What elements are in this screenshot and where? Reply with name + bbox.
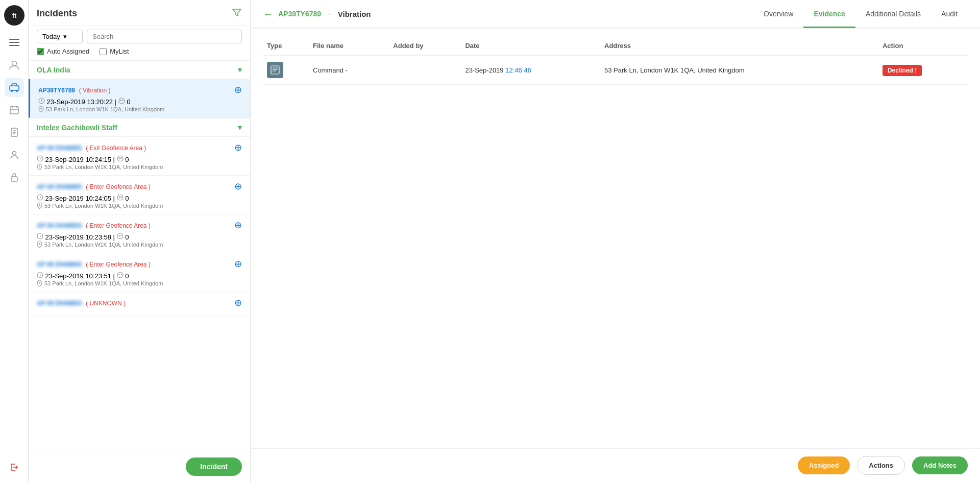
tab-evidence[interactable]: Evidence bbox=[803, 1, 855, 28]
incident-card[interactable]: AP 09 DH4885S ( Enter Geofence Area ) ⊕ … bbox=[29, 214, 250, 253]
svg-rect-9 bbox=[11, 177, 17, 181]
svg-point-24 bbox=[39, 204, 40, 206]
incident-address: 53 Park Ln, London W1K 1QA, United Kingd… bbox=[38, 106, 242, 112]
svg-point-29 bbox=[39, 243, 40, 245]
incident-id: AP 09 DH4885S bbox=[37, 222, 82, 229]
mylist-checkbox[interactable]: MyList bbox=[100, 47, 129, 55]
svg-point-18 bbox=[120, 157, 121, 158]
incident-card[interactable]: AP39TY6789 ( Vibration ) ⊕ 23-Sep-2019 1… bbox=[29, 79, 250, 118]
add-incident-icon[interactable]: ⊕ bbox=[234, 84, 242, 95]
incident-id: AP 09 DH4889S bbox=[37, 144, 82, 152]
app-logo: ft bbox=[4, 5, 24, 26]
user-icon[interactable] bbox=[5, 55, 24, 75]
evidence-row: Command - 23-Sep-2019 12:46:46 53 Park L… bbox=[263, 55, 968, 85]
search-input[interactable] bbox=[87, 30, 242, 43]
incident-meta: 23-Sep-2019 10:24:15 | 0 bbox=[37, 156, 129, 163]
incident-id: AP 09 DH4889S bbox=[37, 183, 82, 190]
col-type: Type bbox=[263, 37, 309, 55]
vehicle-icon[interactable] bbox=[5, 78, 24, 97]
evidence-table: TypeFile nameAdded byDateAddressAction C… bbox=[263, 37, 968, 85]
actions-button[interactable]: Actions bbox=[857, 456, 905, 475]
add-incident-icon[interactable]: ⊕ bbox=[234, 220, 242, 231]
hamburger-menu[interactable] bbox=[5, 33, 24, 52]
svg-text:ft: ft bbox=[12, 12, 16, 19]
incidents-list: OLA India▾ AP39TY6789 ( Vibration ) ⊕ 23… bbox=[29, 60, 250, 451]
incident-ref: AP39TY6789 bbox=[278, 10, 321, 18]
incident-meta: 23-Sep-2019 10:23:51 | 0 bbox=[37, 272, 129, 280]
document-icon[interactable] bbox=[5, 123, 24, 142]
incident-card[interactable]: AP 09 DH4889S ( Exit Geofence Area ) ⊕ 2… bbox=[29, 137, 250, 176]
incident-address: 53 Park Ln, London W1K 1QA, United Kingd… bbox=[37, 202, 242, 209]
group-chevron[interactable]: ▾ bbox=[238, 65, 242, 75]
svg-point-13 bbox=[122, 100, 123, 101]
incident-meta: 23-Sep-2019 10:23:58 | 0 bbox=[37, 233, 129, 241]
incident-id: AP 09 DH4880S bbox=[37, 261, 82, 268]
left-nav: ft bbox=[0, 0, 29, 482]
auto-assigned-checkbox[interactable]: Auto Assigned bbox=[37, 47, 89, 55]
logout-icon[interactable] bbox=[5, 457, 24, 477]
col-address: Address bbox=[600, 37, 878, 55]
filter-icon[interactable] bbox=[232, 7, 242, 20]
incident-ref-header: ← AP39TY6789 - Vibration bbox=[263, 8, 371, 20]
group-chevron[interactable]: ▾ bbox=[238, 123, 242, 132]
incident-id: AP 09 DH4880S bbox=[37, 300, 82, 307]
incident-address: 53 Park Ln, London W1K 1QA, United Kingd… bbox=[37, 241, 242, 248]
evidence-type-cell bbox=[263, 55, 309, 85]
declined-badge[interactable]: Declined ! bbox=[883, 65, 922, 76]
incident-card-header: AP 09 DH4880S ( Enter Geofence Area ) ⊕ bbox=[37, 258, 242, 270]
tab-additional-details[interactable]: Additional Details bbox=[855, 1, 931, 28]
filter-checkboxes: Auto Assigned MyList bbox=[29, 47, 250, 60]
group-header[interactable]: OLA India▾ bbox=[29, 60, 250, 79]
add-incident-icon[interactable]: ⊕ bbox=[234, 297, 242, 308]
incident-card[interactable]: AP 09 DH4889S ( Enter Geofence Area ) ⊕ … bbox=[29, 176, 250, 214]
svg-point-32 bbox=[118, 274, 119, 275]
calendar-icon[interactable] bbox=[5, 100, 24, 119]
incident-card[interactable]: AP 09 DH4880S ( UNKNOWN ) ⊕ bbox=[29, 292, 250, 316]
incident-type: ( Vibration ) bbox=[79, 87, 111, 94]
incident-card[interactable]: AP 09 DH4880S ( Enter Geofence Area ) ⊕ … bbox=[29, 253, 250, 292]
col-file-name: File name bbox=[309, 37, 389, 55]
add-incident-icon[interactable]: ⊕ bbox=[234, 258, 242, 270]
incidents-search-row: Today ▾ bbox=[29, 26, 250, 47]
evidence-added-by bbox=[389, 55, 461, 85]
incidents-title: Incidents bbox=[37, 8, 77, 19]
group-header[interactable]: Intelex Gachibowli Staff▾ bbox=[29, 118, 250, 137]
svg-rect-3 bbox=[10, 86, 19, 90]
incident-meta: 23-Sep-2019 13:20:22 | 0 bbox=[38, 98, 130, 106]
incidents-panel: Incidents Today ▾ Auto Assigned MyList O… bbox=[29, 0, 251, 482]
add-incident-icon[interactable]: ⊕ bbox=[234, 181, 242, 192]
file-type-icon bbox=[267, 62, 283, 78]
evidence-table-container: TypeFile nameAdded byDateAddressAction C… bbox=[251, 29, 980, 448]
lock-icon[interactable] bbox=[5, 167, 24, 187]
incident-address: 53 Park Ln, London W1K 1QA, United Kingd… bbox=[37, 280, 242, 286]
svg-point-17 bbox=[118, 157, 119, 158]
tab-audit[interactable]: Audit bbox=[931, 1, 968, 28]
tab-overview[interactable]: Overview bbox=[753, 1, 803, 28]
add-incident-icon[interactable]: ⊕ bbox=[234, 142, 242, 153]
back-arrow[interactable]: ← bbox=[263, 8, 273, 20]
incident-type: ( UNKNOWN ) bbox=[86, 300, 126, 307]
person-icon[interactable] bbox=[5, 145, 24, 164]
col-added-by: Added by bbox=[389, 37, 461, 55]
evidence-date: 23-Sep-2019 12:46:46 bbox=[461, 55, 600, 85]
svg-point-27 bbox=[118, 235, 119, 236]
incident-type-header: Vibration bbox=[338, 10, 371, 18]
svg-point-4 bbox=[11, 90, 13, 92]
new-incident-button[interactable]: Incident bbox=[186, 457, 242, 476]
svg-point-22 bbox=[118, 196, 119, 197]
svg-point-23 bbox=[120, 196, 121, 197]
assigned-button[interactable]: Assigned bbox=[798, 456, 850, 474]
incident-type: ( Enter Geofence Area ) bbox=[86, 222, 151, 229]
incident-address: 53 Park Ln, London W1K 1QA, United Kingd… bbox=[37, 163, 242, 170]
date-filter-dropdown[interactable]: Today ▾ bbox=[37, 30, 83, 43]
evidence-action: Declined ! bbox=[878, 55, 968, 85]
evidence-filename: Command - bbox=[309, 55, 389, 85]
incident-id: AP39TY6789 bbox=[38, 87, 75, 94]
add-notes-button[interactable]: Add Notes bbox=[912, 456, 968, 474]
svg-rect-6 bbox=[10, 107, 18, 114]
bottom-bar: Assigned Actions Add Notes bbox=[251, 448, 980, 482]
svg-rect-35 bbox=[271, 66, 279, 74]
group-name: OLA India bbox=[37, 66, 70, 74]
incident-type: ( Enter Geofence Area ) bbox=[86, 183, 151, 190]
incident-card-header: AP 09 DH4889S ( Enter Geofence Area ) ⊕ bbox=[37, 181, 242, 192]
